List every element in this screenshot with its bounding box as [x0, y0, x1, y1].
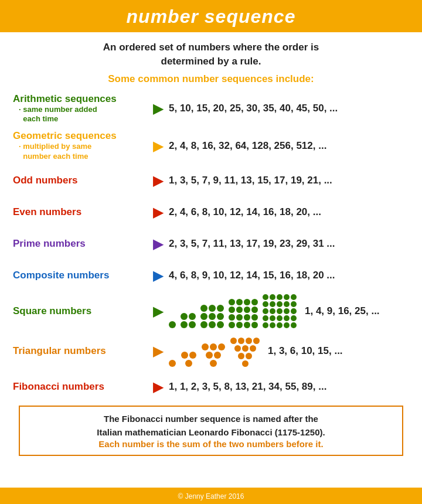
subtitle: An ordered set of numbers where the orde…	[13, 40, 409, 69]
page-title: number sequence	[0, 6, 422, 28]
square-value: 1, 4, 9, 16, 25, ...	[305, 305, 409, 317]
composite-label: Composite numbers	[13, 270, 148, 281]
composite-value: 4, 6, 8, 9, 10, 12, 14, 15, 16, 18, 20 .…	[169, 270, 409, 281]
geometric-arrow: ▶	[148, 138, 169, 154]
geometric-main-label: Geometric sequences	[13, 130, 148, 142]
page-footer: © Jenny Eather 2016	[0, 488, 422, 504]
square-arrow: ▶	[148, 303, 169, 319]
fibonacci-note-highlight: Each number is the sum of the two number…	[28, 439, 394, 449]
common-heading: Some common number sequences include:	[13, 73, 409, 85]
fibonacci-note-line1: The Fibonacci number sequence is named a…	[104, 414, 318, 424]
even-row: Even numbers ▶ 2, 4, 6, 8, 10, 12, 14, 1…	[13, 199, 409, 225]
even-label: Even numbers	[13, 206, 148, 218]
prime-value: 2, 3, 5, 7, 11, 13, 17, 19, 23, 29, 31 .…	[169, 238, 409, 250]
square-label: Square numbers	[13, 305, 148, 317]
prime-row: Prime numbers ▶ 2, 3, 5, 7, 11, 13, 17, …	[13, 231, 409, 257]
copyright-text: © Jenny Eather 2016	[178, 492, 244, 500]
triangular-value: 1, 3, 6, 10, 15, ...	[268, 345, 409, 357]
fibonacci-value: 1, 1, 2, 3, 5, 8, 13, 21, 34, 55, 89, ..…	[169, 381, 409, 393]
geometric-sub-label: · multiplied by same number each time	[13, 142, 148, 162]
prime-main-label: Prime numbers	[13, 238, 148, 250]
fibonacci-main-label: Fibonacci numbers	[13, 381, 148, 393]
fibonacci-note-text: The Fibonacci number sequence is named a…	[28, 413, 394, 439]
fibonacci-note: The Fibonacci number sequence is named a…	[19, 406, 403, 456]
arithmetic-main-label: Arithmetic sequences	[13, 93, 148, 105]
composite-arrow: ▶	[148, 267, 169, 284]
even-main-label: Even numbers	[13, 206, 148, 218]
triangular-label: Triangular numbers	[13, 345, 148, 357]
arithmetic-row: Arithmetic sequences · same number added…	[13, 93, 409, 125]
odd-main-label: Odd numbers	[13, 175, 148, 186]
triangular-row: Triangular numbers ▶	[13, 335, 409, 367]
fibonacci-row: Fibonacci numbers ▶ 1, 1, 2, 3, 5, 8, 13…	[13, 374, 409, 400]
odd-value: 1, 3, 5, 7, 9, 11, 13, 15, 17, 19, 21, .…	[169, 175, 409, 186]
prime-label: Prime numbers	[13, 238, 148, 250]
main-content: An ordered set of numbers where the orde…	[0, 32, 422, 488]
fibonacci-arrow: ▶	[148, 379, 169, 395]
geometric-row: Geometric sequences · multiplied by same…	[13, 130, 409, 162]
even-arrow: ▶	[148, 204, 169, 220]
fibonacci-label: Fibonacci numbers	[13, 381, 148, 393]
prime-arrow: ▶	[148, 236, 169, 252]
arithmetic-arrow: ▶	[148, 100, 169, 117]
square-main-label: Square numbers	[13, 305, 148, 317]
composite-main-label: Composite numbers	[13, 270, 148, 281]
page-header: number sequence	[0, 0, 422, 32]
odd-arrow: ▶	[148, 172, 169, 189]
triangular-arrow: ▶	[148, 343, 169, 359]
arithmetic-sub-label: · same number added each time	[13, 105, 148, 125]
odd-label: Odd numbers	[13, 175, 148, 186]
geometric-label: Geometric sequences · multiplied by same…	[13, 130, 148, 162]
square-dots-visual	[169, 294, 301, 328]
triangular-dots-visual	[169, 335, 264, 367]
even-value: 2, 4, 6, 8, 10, 12, 14, 16, 18, 20, ...	[169, 206, 409, 218]
geometric-value: 2, 4, 8, 16, 32, 64, 128, 256, 512, ...	[169, 140, 409, 152]
arithmetic-value: 5, 10, 15, 20, 25, 30, 35, 40, 45, 50, .…	[169, 103, 409, 114]
odd-row: Odd numbers ▶ 1, 3, 5, 7, 9, 11, 13, 15,…	[13, 168, 409, 193]
triangular-main-label: Triangular numbers	[13, 345, 148, 357]
fibonacci-note-line2: Italian mathematician Leonardo Fibonacci…	[97, 427, 325, 437]
composite-row: Composite numbers ▶ 4, 6, 8, 9, 10, 12, …	[13, 263, 409, 288]
arithmetic-label: Arithmetic sequences · same number added…	[13, 93, 148, 125]
square-row: Square numbers ▶	[13, 294, 409, 328]
